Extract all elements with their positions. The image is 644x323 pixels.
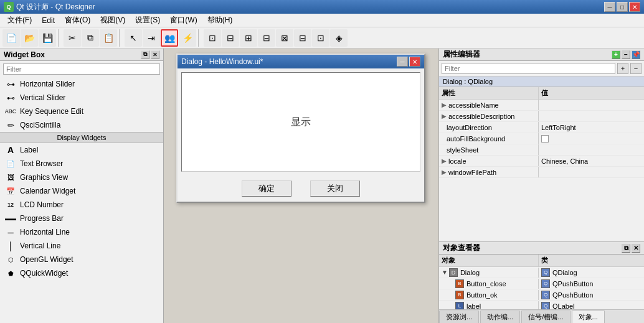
dialog-close-button[interactable]: 关闭: [310, 180, 360, 197]
prop-add-btn[interactable]: +: [612, 50, 620, 59]
list-item[interactable]: ─ Horizontal Line: [0, 225, 163, 239]
widget-box-header: Widget Box ⧉ ✕: [0, 49, 163, 61]
maximize-button[interactable]: □: [617, 2, 628, 12]
obj-widget-icon: B: [455, 291, 464, 299]
bottom-tabs: 资源浏... 动作编... 信号/槽编... 对象...: [439, 309, 644, 323]
prop-remove-btn[interactable]: −: [622, 50, 630, 59]
toolbar-layout-split-v[interactable]: ⊟: [294, 29, 311, 47]
toolbar-cut[interactable]: ✂: [64, 29, 81, 47]
prop-filter-clear[interactable]: −: [630, 63, 642, 74]
toolbar-layout-v[interactable]: ⊟: [222, 29, 239, 47]
prop-filter-input[interactable]: [442, 63, 615, 74]
tab-signals[interactable]: 信号/槽编...: [521, 311, 570, 323]
minimize-button[interactable]: ─: [604, 2, 615, 12]
toolbar-layout-split-h[interactable]: ⊠: [276, 29, 293, 47]
app-title: Qt 设计师 - Qt Designer: [16, 2, 604, 12]
widget-filter-input[interactable]: [3, 63, 160, 75]
prop-val[interactable]: [539, 144, 644, 155]
widget-box-title: Widget Box: [4, 50, 45, 59]
obj-close-btn[interactable]: ✕: [632, 244, 640, 253]
prop-val[interactable]: [539, 100, 644, 110]
tab-objects[interactable]: 对象...: [572, 311, 605, 323]
toolbar-arrow[interactable]: ↖: [125, 29, 142, 47]
prop-row[interactable]: ▶ locale Chinese, China: [439, 156, 644, 167]
menu-file[interactable]: 文件(F): [2, 14, 37, 27]
toolbar-new[interactable]: 📄: [2, 29, 20, 47]
menu-view[interactable]: 视图(V): [95, 14, 130, 27]
list-item[interactable]: ▬▬ Progress Bar: [0, 212, 163, 225]
prop-row[interactable]: ▶ accessibleName: [439, 100, 644, 111]
list-item[interactable]: 📅 Calendar Widget: [0, 184, 163, 198]
dialog-close[interactable]: ✕: [409, 57, 420, 67]
design-canvas[interactable]: Dialog - HelloWindow.ui* ─ ✕ 显示 确定 关闭: [164, 49, 438, 323]
prop-row[interactable]: autoFillBackground: [439, 133, 644, 144]
list-item[interactable]: ⊷ Vertical Slider: [0, 91, 163, 105]
object-inspector-header: 对象查看器 ⧉ ✕: [439, 242, 644, 255]
opengl-icon: ⬡: [5, 254, 16, 265]
menu-window[interactable]: 窗口(W): [165, 14, 202, 27]
prop-val[interactable]: LeftToRight: [539, 122, 644, 133]
tab-actions[interactable]: 动作编...: [480, 311, 520, 323]
list-item[interactable]: ⬟ QQuickWidget: [0, 266, 163, 280]
toolbar-buddy[interactable]: 👥: [161, 29, 178, 47]
list-item[interactable]: A Label: [0, 143, 163, 157]
list-item[interactable]: ⬡ OpenGL Widget: [0, 253, 163, 266]
obj-row[interactable]: ▼ D Dialog Q QDialog: [439, 267, 644, 278]
toolbar-copy[interactable]: ⧉: [82, 29, 99, 47]
obj-row[interactable]: B Button_close Q QPushButton: [439, 278, 644, 289]
toolbar-signals[interactable]: ⚡: [179, 29, 196, 47]
obj-row[interactable]: B Button_ok Q QPushButton: [439, 289, 644, 301]
dialog-window[interactable]: Dialog - HelloWindow.ui* ─ ✕ 显示 确定 关闭: [176, 54, 425, 203]
toolbar-break-layout[interactable]: ⊡: [312, 29, 329, 47]
menu-help[interactable]: 帮助(H): [202, 14, 238, 27]
dialog-titlebar: Dialog - HelloWindow.ui* ─ ✕: [178, 55, 424, 68]
toolbar-paste[interactable]: 📋: [100, 29, 117, 47]
right-panels: 属性编辑器 + − 📌 + − Dialog : QDialog 属性 值: [438, 49, 644, 323]
calendar-icon: 📅: [5, 185, 16, 197]
obj-cell-class: Q QLabel: [539, 301, 644, 310]
obj-float-btn[interactable]: ⧉: [622, 244, 630, 253]
list-item[interactable]: ✏ QsciScintilla: [0, 118, 163, 132]
toolbar-sep-2: [119, 29, 123, 47]
list-item[interactable]: ABC Key Sequence Edit: [0, 105, 163, 118]
obj-cell-name: B Button_close: [439, 279, 539, 289]
dialog-minimize[interactable]: ─: [397, 57, 408, 67]
widget-box-controls: ⧉ ✕: [141, 50, 159, 59]
prop-pin-btn[interactable]: 📌: [632, 50, 640, 59]
prop-row[interactable]: layoutDirection LeftToRight: [439, 122, 644, 133]
prop-row[interactable]: styleSheet: [439, 144, 644, 156]
list-item[interactable]: │ Vertical Line: [0, 239, 163, 253]
prop-name: ▶ accessibleDescription: [439, 111, 539, 121]
expand-arrow-icon: ▶: [442, 113, 447, 119]
menu-form[interactable]: 窗体(O): [60, 14, 95, 27]
list-item[interactable]: 🖼 Graphics View: [0, 171, 163, 184]
widget-box-close[interactable]: ✕: [151, 50, 159, 59]
obj-row[interactable]: L label Q QLabel: [439, 301, 644, 309]
toolbar-layout-form[interactable]: ⊟: [258, 29, 275, 47]
widget-label: Graphics View: [20, 173, 68, 182]
prop-row[interactable]: ▶ accessibleDescription: [439, 111, 644, 122]
prop-val[interactable]: [539, 167, 644, 177]
toolbar-save[interactable]: 💾: [39, 29, 56, 47]
toolbar-layout-grid[interactable]: ⊞: [240, 29, 257, 47]
toolbar-tab-order[interactable]: ⇥: [143, 29, 160, 47]
toolbar-adjust[interactable]: ◈: [330, 29, 348, 47]
prop-val[interactable]: [539, 133, 644, 144]
menu-edit[interactable]: Edit: [37, 14, 60, 27]
obj-widget-icon: L: [455, 302, 464, 310]
dialog-ok-button[interactable]: 确定: [242, 180, 291, 197]
toolbar-open[interactable]: 📂: [21, 29, 38, 47]
prop-row[interactable]: ▶ windowFilePath: [439, 167, 644, 178]
tab-resources[interactable]: 资源浏...: [439, 311, 479, 323]
list-item[interactable]: 12 LCD Number: [0, 198, 163, 212]
widget-box-float[interactable]: ⧉: [141, 50, 149, 59]
list-item[interactable]: 📄 Text Browser: [0, 157, 163, 171]
close-button[interactable]: ✕: [629, 2, 640, 12]
prop-val[interactable]: Chinese, China: [539, 156, 644, 166]
toolbar-layout-h[interactable]: ⊡: [204, 29, 221, 47]
autofill-checkbox[interactable]: [541, 135, 549, 143]
list-item[interactable]: ⊶ Horizontal Slider: [0, 77, 163, 91]
menu-settings[interactable]: 设置(S): [130, 14, 165, 27]
prop-val[interactable]: [539, 111, 644, 121]
prop-filter-btn[interactable]: +: [617, 63, 628, 74]
